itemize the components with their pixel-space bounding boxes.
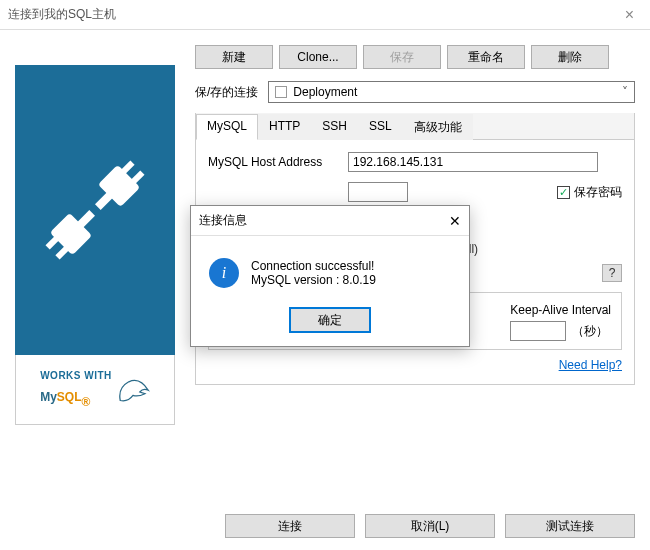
save-password-checkbox[interactable]: ✓ 保存密码 xyxy=(557,184,622,201)
saved-connection-label: 保/存的连接 xyxy=(195,84,258,101)
clone-button[interactable]: Clone... xyxy=(279,45,357,69)
left-graphic-panel: WORKS WITH MySQL® xyxy=(15,65,175,425)
save-password-label: 保存密码 xyxy=(574,184,622,201)
dialog-ok-button[interactable]: 确定 xyxy=(290,308,370,332)
obscured-row-1: ✓ 保存密码 xyxy=(208,182,622,202)
plug-icon xyxy=(35,150,155,270)
toolbar: 新建 Clone... 保存 重命名 删除 xyxy=(195,45,635,69)
info-icon: i xyxy=(209,258,239,288)
host-label: MySQL Host Address xyxy=(208,155,338,169)
dialog-line1: Connection successful! xyxy=(251,259,376,273)
seconds-label-2: （秒） xyxy=(572,323,608,340)
rename-button[interactable]: 重命名 xyxy=(447,45,525,69)
svg-rect-5 xyxy=(46,234,62,250)
test-connection-button[interactable]: 测试连接 xyxy=(505,514,635,538)
keepalive-label: Keep-Alive Interval xyxy=(510,303,611,317)
help-question-button[interactable]: ? xyxy=(602,264,622,282)
svg-rect-2 xyxy=(129,170,145,186)
dialog-message: Connection successful! MySQL version : 8… xyxy=(251,259,376,287)
mysql-logo: WORKS WITH MySQL® xyxy=(15,355,175,425)
save-button[interactable]: 保存 xyxy=(363,45,441,69)
tab-ssl[interactable]: SSL xyxy=(358,114,403,140)
works-with-label: WORKS WITH xyxy=(40,370,112,381)
mysql-wordmark: MySQL® xyxy=(40,381,112,409)
delete-button[interactable]: 删除 xyxy=(531,45,609,69)
saved-connection-select[interactable]: Deployment xyxy=(268,81,635,103)
cancel-button[interactable]: 取消(L) xyxy=(365,514,495,538)
help-row: Need Help? xyxy=(208,358,622,372)
dialog-line2: MySQL version : 8.0.19 xyxy=(251,273,376,287)
window-title: 连接到我的SQL主机 xyxy=(8,6,116,23)
keepalive-input[interactable] xyxy=(510,321,566,341)
host-input[interactable] xyxy=(348,152,598,172)
saved-connection-row: 保/存的连接 Deployment xyxy=(195,81,635,103)
obscured-input-1[interactable] xyxy=(348,182,408,202)
titlebar: 连接到我的SQL主机 × xyxy=(0,0,650,30)
saved-connection-value: Deployment xyxy=(293,85,357,99)
tab-ssh[interactable]: SSH xyxy=(311,114,358,140)
tab-http[interactable]: HTTP xyxy=(258,114,311,140)
svg-rect-1 xyxy=(119,161,135,177)
color-swatch-icon xyxy=(275,86,287,98)
dialog-close-icon[interactable]: ✕ xyxy=(449,213,461,229)
plug-diagram xyxy=(15,65,175,355)
connection-info-dialog: 连接信息 ✕ i Connection successful! MySQL ve… xyxy=(190,205,470,347)
help-link[interactable]: Need Help? xyxy=(559,358,622,372)
dialog-titlebar: 连接信息 ✕ xyxy=(191,206,469,236)
svg-rect-6 xyxy=(55,244,71,260)
host-row: MySQL Host Address xyxy=(208,152,622,172)
tab-mysql[interactable]: MySQL xyxy=(196,114,258,140)
dolphin-icon xyxy=(116,375,150,409)
tab-advanced[interactable]: 高级功能 xyxy=(403,114,473,140)
tab-row: MySQL HTTP SSH SSL 高级功能 xyxy=(196,113,634,140)
footer: 连接 取消(L) 测试连接 xyxy=(0,514,650,538)
new-button[interactable]: 新建 xyxy=(195,45,273,69)
connect-button[interactable]: 连接 xyxy=(225,514,355,538)
dialog-title: 连接信息 xyxy=(199,212,247,229)
close-icon[interactable]: × xyxy=(617,6,642,24)
